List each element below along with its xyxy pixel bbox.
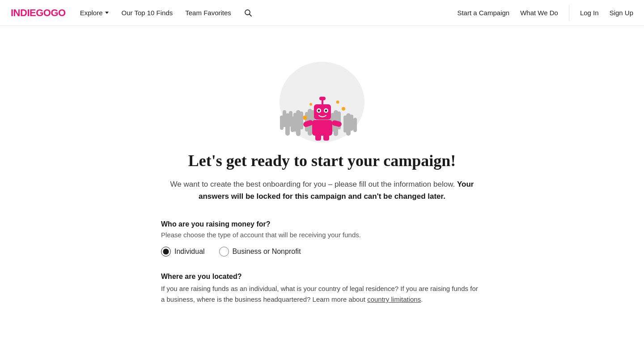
svg-rect-25 <box>312 120 332 136</box>
question2-label: Where are you located? <box>161 273 483 281</box>
nav-left: Explore Our Top 10 Finds Team Favorites <box>80 9 458 17</box>
svg-rect-10 <box>291 116 294 132</box>
login-button[interactable]: Log In <box>580 9 599 17</box>
nav-right: Start a Campaign What We Do Log In Sign … <box>457 5 633 21</box>
question2-text: If you are raising funds as an individua… <box>161 283 483 305</box>
nav-explore[interactable]: Explore <box>80 9 109 17</box>
nav-team-favorites[interactable]: Team Favorites <box>185 9 231 17</box>
page-title: Let's get ready to start your campaign! <box>188 151 456 170</box>
radio-individual[interactable] <box>161 247 171 257</box>
signup-button[interactable]: Sign Up <box>610 9 633 17</box>
radio-business-label: Business or Nonprofit <box>233 248 301 256</box>
main-content: Let's get ready to start your campaign! … <box>0 26 644 332</box>
svg-point-37 <box>303 115 307 120</box>
campaign-form: Who are you raising money for? Please ch… <box>161 220 483 305</box>
radio-group-account-type: Individual Business or Nonprofit <box>161 247 483 257</box>
svg-rect-23 <box>350 115 353 131</box>
svg-rect-22 <box>343 115 347 133</box>
svg-rect-35 <box>315 133 321 141</box>
radio-individual-label: Individual <box>174 248 205 256</box>
search-icon <box>244 9 253 17</box>
hero-illustration <box>255 44 389 142</box>
question-location: Where are you located? If you are raisin… <box>161 273 483 305</box>
svg-rect-32 <box>319 97 326 100</box>
question1-label: Who are you raising money for? <box>161 220 483 228</box>
svg-point-40 <box>336 101 339 104</box>
svg-rect-24 <box>353 118 357 132</box>
svg-point-38 <box>342 107 345 111</box>
nav-divider <box>569 5 569 21</box>
nav-top10[interactable]: Our Top 10 Finds <box>121 9 173 17</box>
question1-hint: Please choose the type of account that w… <box>161 231 483 239</box>
chevron-down-icon <box>105 12 109 14</box>
svg-line-1 <box>249 14 251 16</box>
nav-what-we-do[interactable]: What We Do <box>520 9 558 17</box>
logo[interactable]: INDIEGOGO <box>11 7 66 19</box>
nav-start-campaign[interactable]: Start a Campaign <box>457 9 509 17</box>
svg-point-39 <box>309 103 312 106</box>
navbar: INDIEGOGO Explore Our Top 10 Finds Team … <box>0 0 644 26</box>
location-text-end: . <box>421 295 423 303</box>
radio-individual-option[interactable]: Individual <box>161 247 205 257</box>
svg-rect-9 <box>300 111 303 129</box>
subtitle-start: We want to create the best onboarding fo… <box>170 180 457 188</box>
hero-subtitle: We want to create the best onboarding fo… <box>165 178 479 202</box>
svg-point-30 <box>325 110 327 112</box>
radio-business[interactable] <box>219 247 229 257</box>
svg-rect-36 <box>323 133 329 141</box>
radio-business-option[interactable]: Business or Nonprofit <box>219 247 301 257</box>
country-limitations-link[interactable]: country limitations <box>367 295 421 303</box>
location-text-start: If you are raising funds as an individua… <box>161 285 478 303</box>
svg-rect-6 <box>280 115 284 130</box>
search-button[interactable] <box>244 9 253 17</box>
svg-point-29 <box>318 110 320 112</box>
question-who: Who are you raising money for? Please ch… <box>161 220 483 257</box>
